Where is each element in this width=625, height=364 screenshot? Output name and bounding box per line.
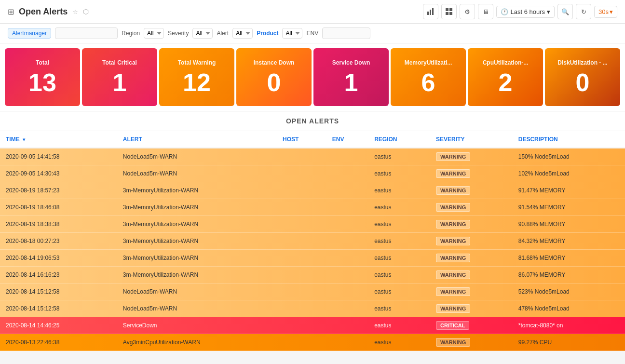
col-header-alert[interactable]: ALERT: [117, 131, 277, 148]
cell-region: eastus: [368, 148, 430, 165]
cell-env: [326, 165, 368, 182]
table-row[interactable]: 2020-09-05 14:30:43 NodeLoad5m-WARN east…: [0, 165, 625, 182]
summary-cards: Total 13 Total Critical 1 Total Warning …: [0, 43, 625, 111]
card-warning[interactable]: Total Warning 12: [159, 48, 234, 106]
cell-region: eastus: [368, 250, 430, 267]
monitor-icon-btn[interactable]: 🖥: [478, 4, 493, 19]
cell-time: 2020-08-18 00:27:23: [0, 233, 117, 250]
sort-icon: ▾: [23, 137, 25, 142]
cell-time: 2020-08-19 18:57:23: [0, 182, 117, 199]
col-header-description[interactable]: DESCRIPTION: [513, 131, 625, 148]
severity-badge: WARNING: [436, 304, 470, 313]
cell-env: [326, 148, 368, 165]
env-search-input[interactable]: [322, 27, 370, 39]
top-bar-right: ⚙ 🖥 🕐 Last 6 hours ▾ 🔍 ↻ 30s ▾: [423, 4, 617, 19]
table-row[interactable]: 2020-08-14 19:06:53 3m-MemoryUtilization…: [0, 250, 625, 267]
alert-filter-select[interactable]: All: [232, 28, 253, 39]
cell-region: eastus: [368, 267, 430, 283]
cell-description: 81.68% MEMORY: [513, 250, 625, 267]
chevron-down-icon: ▾: [547, 8, 550, 15]
time-range-label: Last 6 hours: [510, 8, 545, 15]
col-header-severity[interactable]: SEVERITY: [430, 131, 513, 148]
chart-icon-btn[interactable]: [423, 4, 438, 19]
cell-host: [277, 334, 326, 351]
alertmanager-filter-tag[interactable]: Alertmanager: [8, 28, 51, 39]
refresh-icon-btn[interactable]: ↻: [576, 4, 591, 19]
cell-alert: 3m-MemoryUtilization-WARN: [117, 250, 277, 267]
card-memory[interactable]: MemoryUtilizati... 6: [391, 48, 466, 106]
cell-alert: NodeLoad5m-WARN: [117, 283, 277, 300]
col-header-env[interactable]: ENV: [326, 131, 368, 148]
cell-description: 86.07% MEMORY: [513, 267, 625, 283]
cell-alert: 3m-MemoryUtilization-WARN: [117, 267, 277, 283]
cell-description: 91.47% MEMORY: [513, 182, 625, 199]
cell-env: [326, 334, 368, 351]
cell-env: [326, 283, 368, 300]
region-filter-select[interactable]: All: [144, 28, 164, 39]
table-row[interactable]: 2020-08-19 18:46:08 3m-MemoryUtilization…: [0, 199, 625, 216]
severity-filter-select[interactable]: All: [192, 28, 213, 39]
card-service[interactable]: Service Down 1: [313, 48, 389, 106]
favorite-icon[interactable]: ☆: [72, 8, 78, 15]
card-title-warning: Total Warning: [178, 59, 216, 66]
table-row[interactable]: 2020-08-19 18:57:23 3m-MemoryUtilization…: [0, 182, 625, 199]
card-critical[interactable]: Total Critical 1: [82, 48, 157, 106]
cell-host: [277, 267, 326, 283]
dashboard-icon-btn[interactable]: [441, 4, 457, 19]
cell-region: eastus: [368, 233, 430, 250]
cell-description: *tomcat-8080* on: [513, 317, 625, 334]
cell-env: [326, 250, 368, 267]
col-header-region[interactable]: REGION: [368, 131, 430, 148]
table-row[interactable]: 2020-08-18 00:27:23 3m-MemoryUtilization…: [0, 233, 625, 250]
time-range-selector[interactable]: 🕐 Last 6 hours ▾: [496, 6, 555, 18]
cell-time: 2020-08-13 22:46:38: [0, 334, 117, 351]
card-value-critical: 1: [113, 70, 127, 95]
cell-region: eastus: [368, 300, 430, 317]
card-title-memory: MemoryUtilizati...: [405, 59, 452, 66]
cell-env: [326, 182, 368, 199]
cell-env: [326, 267, 368, 283]
table-row[interactable]: 2020-08-14 16:16:23 3m-MemoryUtilization…: [0, 267, 625, 283]
refresh-rate-btn[interactable]: 30s ▾: [594, 6, 617, 18]
cell-severity: WARNING: [430, 250, 513, 267]
cell-severity: WARNING: [430, 182, 513, 199]
col-header-time[interactable]: TIME ▾: [0, 131, 117, 148]
cell-env: [326, 199, 368, 216]
cell-host: [277, 182, 326, 199]
cell-description: 90.88% MEMORY: [513, 216, 625, 233]
card-instance[interactable]: Instance Down 0: [236, 48, 312, 106]
share-icon[interactable]: ⬡: [83, 8, 89, 15]
card-title-service: Service Down: [332, 59, 370, 66]
table-row[interactable]: 2020-09-05 14:41:58 NodeLoad5m-WARN east…: [0, 148, 625, 165]
cell-time: 2020-08-14 19:06:53: [0, 250, 117, 267]
table-row[interactable]: 2020-08-19 18:38:38 3m-MemoryUtilization…: [0, 216, 625, 233]
product-filter-select[interactable]: All: [282, 28, 302, 39]
table-row[interactable]: 2020-08-14 14:46:25 ServiceDown eastus C…: [0, 317, 625, 334]
card-value-disk: 0: [576, 70, 590, 95]
card-disk[interactable]: DiskUtilization - ... 0: [545, 48, 620, 106]
severity-badge: WARNING: [436, 203, 470, 212]
cell-host: [277, 283, 326, 300]
zoom-icon-btn[interactable]: 🔍: [557, 4, 573, 19]
table-row[interactable]: 2020-08-14 15:12:58 NodeLoad5m-WARN east…: [0, 300, 625, 317]
svg-rect-3: [446, 8, 448, 11]
card-total[interactable]: Total 13: [5, 48, 80, 106]
cell-severity: WARNING: [430, 148, 513, 165]
cell-host: [277, 165, 326, 182]
chevron-down-icon-refresh: ▾: [610, 8, 613, 15]
alerts-table-container: TIME ▾ALERTHOSTENVREGIONSEVERITYDESCRIPT…: [0, 131, 625, 351]
cell-region: eastus: [368, 165, 430, 182]
cell-host: [277, 300, 326, 317]
cell-time: 2020-08-19 18:38:38: [0, 216, 117, 233]
cell-severity: WARNING: [430, 233, 513, 250]
source-search-input[interactable]: [55, 27, 118, 39]
card-title-critical: Total Critical: [102, 59, 137, 66]
page-title: Open Alerts: [19, 7, 68, 17]
settings-icon-btn[interactable]: ⚙: [460, 4, 475, 19]
table-row[interactable]: 2020-08-14 15:12:58 NodeLoad5m-WARN east…: [0, 283, 625, 300]
table-row[interactable]: 2020-08-13 22:46:38 Avg3minCpuUtilizatio…: [0, 334, 625, 351]
col-header-host[interactable]: HOST: [277, 131, 326, 148]
svg-rect-6: [449, 12, 452, 15]
severity-badge: WARNING: [436, 220, 470, 229]
card-cpu[interactable]: CpuUtilization-... 2: [468, 48, 543, 106]
